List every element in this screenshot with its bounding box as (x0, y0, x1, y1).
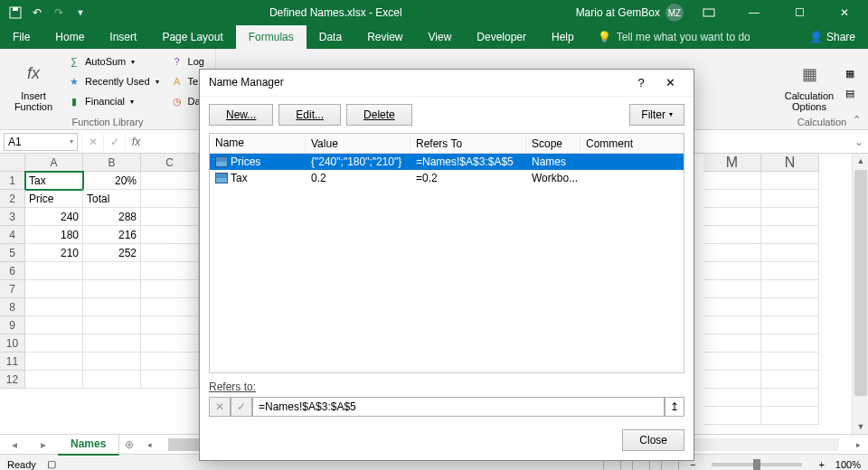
cell[interactable] (83, 316, 141, 334)
filter-button[interactable]: Filter▾ (629, 104, 684, 126)
col-header-value[interactable]: Value (306, 134, 410, 153)
add-sheet-button[interactable]: ⊕ (119, 438, 139, 451)
zoom-in-icon[interactable]: + (818, 459, 824, 470)
cell[interactable] (141, 298, 199, 316)
save-icon[interactable] (5, 3, 25, 23)
cell[interactable] (25, 334, 83, 352)
collapse-ribbon-icon[interactable]: ⌃ (853, 114, 861, 126)
scroll-thumb[interactable] (854, 170, 867, 396)
cell[interactable] (141, 208, 199, 226)
macro-record-icon[interactable]: ▢ (47, 458, 56, 470)
cell[interactable] (83, 262, 141, 280)
cell[interactable] (141, 352, 199, 371)
cell[interactable]: 240 (25, 208, 83, 226)
fx-formula-icon[interactable]: fx (125, 133, 146, 151)
cell[interactable]: 252 (83, 244, 141, 262)
qat-dropdown-icon[interactable]: ▼ (71, 3, 90, 23)
col-header-scope[interactable]: Scope (526, 134, 580, 153)
cell[interactable]: Tax (25, 172, 83, 190)
names-list[interactable]: Name Value Refers To Scope Comment Price… (209, 133, 684, 373)
cell[interactable] (141, 226, 199, 244)
zoom-slider[interactable] (712, 463, 802, 466)
redo-icon[interactable]: ↷ (49, 3, 69, 23)
scroll-left-icon[interactable]: ◂ (143, 440, 156, 449)
cell[interactable]: Total (83, 190, 141, 208)
row-header[interactable]: 4 (0, 226, 25, 244)
cell[interactable] (83, 280, 141, 298)
tell-me-box[interactable]: 💡Tell me what you want to do (587, 25, 797, 49)
refers-cancel-icon[interactable]: ✕ (209, 397, 231, 417)
tab-insert[interactable]: Insert (97, 25, 149, 49)
scroll-down-icon[interactable]: ▼ (853, 419, 868, 434)
new-name-button[interactable]: New... (209, 104, 273, 126)
cell[interactable]: 20% (83, 172, 141, 190)
cell[interactable] (141, 172, 199, 190)
col-header-comment[interactable]: Comment (580, 134, 684, 153)
cell[interactable] (83, 298, 141, 316)
tab-review[interactable]: Review (354, 25, 415, 49)
scroll-up-icon[interactable]: ▲ (853, 154, 868, 168)
tab-data[interactable]: Data (307, 25, 354, 49)
minimize-icon[interactable]: — (734, 0, 774, 25)
vertical-scrollbar[interactable]: ▲ ▼ (852, 154, 868, 434)
dialog-close-icon[interactable]: ✕ (656, 76, 684, 89)
cell[interactable] (83, 334, 141, 352)
row-header[interactable]: 11 (0, 352, 25, 371)
col-header[interactable]: A (25, 154, 83, 172)
refers-expand-icon[interactable]: ↥ (665, 397, 684, 417)
cell[interactable] (25, 352, 83, 371)
cell[interactable] (141, 262, 199, 280)
cancel-formula-icon[interactable]: ✕ (81, 133, 103, 151)
zoom-thumb[interactable] (753, 459, 760, 470)
cell[interactable] (83, 371, 141, 389)
cell[interactable]: 180 (25, 226, 83, 244)
dialog-help-icon[interactable]: ? (627, 76, 656, 89)
tab-developer[interactable]: Developer (464, 25, 539, 49)
expand-formula-icon[interactable]: ⌄ (850, 136, 868, 148)
row-header[interactable]: 9 (0, 316, 25, 334)
tab-home[interactable]: Home (42, 25, 97, 49)
cell[interactable]: Price (25, 190, 83, 208)
row-header[interactable]: 1 (0, 172, 25, 190)
cell[interactable] (25, 280, 83, 298)
cell[interactable] (141, 371, 199, 389)
row-header[interactable]: 7 (0, 280, 25, 298)
col-header[interactable]: C (141, 154, 199, 172)
row-header[interactable]: 2 (0, 190, 25, 208)
tab-pagelayout[interactable]: Page Layout (149, 25, 235, 49)
name-row[interactable]: Prices {"240";"180";"210"} =Names!$A$3:$… (210, 154, 684, 170)
financial-button[interactable]: ▮Financial▾ (63, 92, 163, 110)
calc-sheet-button[interactable]: ▤ (839, 85, 861, 103)
tab-help[interactable]: Help (539, 25, 587, 49)
calculation-options-button[interactable]: ▦ Calculation Options (783, 52, 835, 115)
row-header[interactable]: 12 (0, 371, 25, 389)
col-header[interactable]: N (761, 154, 819, 172)
name-row[interactable]: Tax 0.2 =0.2 Workbo... (210, 170, 684, 186)
row-header[interactable]: 3 (0, 208, 25, 226)
cell[interactable] (141, 334, 199, 352)
cell[interactable]: 210 (25, 244, 83, 262)
col-header[interactable]: B (83, 154, 141, 172)
select-all-corner[interactable] (0, 154, 25, 172)
sheet-nav-prev-icon[interactable]: ◂ (0, 438, 29, 451)
col-header-refers[interactable]: Refers To (410, 134, 526, 153)
zoom-level[interactable]: 100% (835, 459, 861, 470)
cell[interactable] (141, 280, 199, 298)
dialog-titlebar[interactable]: Name Manager ? ✕ (200, 70, 693, 97)
cell[interactable]: 288 (83, 208, 141, 226)
enter-formula-icon[interactable]: ✓ (103, 133, 125, 151)
close-button[interactable]: Close (622, 429, 684, 451)
logical-button[interactable]: ?Log (166, 52, 208, 70)
refers-accept-icon[interactable]: ✓ (231, 397, 252, 417)
ribbon-display-icon[interactable] (689, 0, 729, 25)
cell[interactable] (25, 262, 83, 280)
cell[interactable] (25, 371, 83, 389)
row-header[interactable]: 6 (0, 262, 25, 280)
cell[interactable] (141, 190, 199, 208)
calc-now-button[interactable]: ▦ (839, 65, 861, 83)
sheet-nav-next-icon[interactable]: ▸ (29, 438, 58, 451)
undo-icon[interactable]: ↶ (27, 3, 47, 23)
autosum-button[interactable]: ∑AutoSum▾ (63, 52, 163, 70)
close-icon[interactable]: ✕ (825, 0, 864, 25)
row-header[interactable]: 5 (0, 244, 25, 262)
